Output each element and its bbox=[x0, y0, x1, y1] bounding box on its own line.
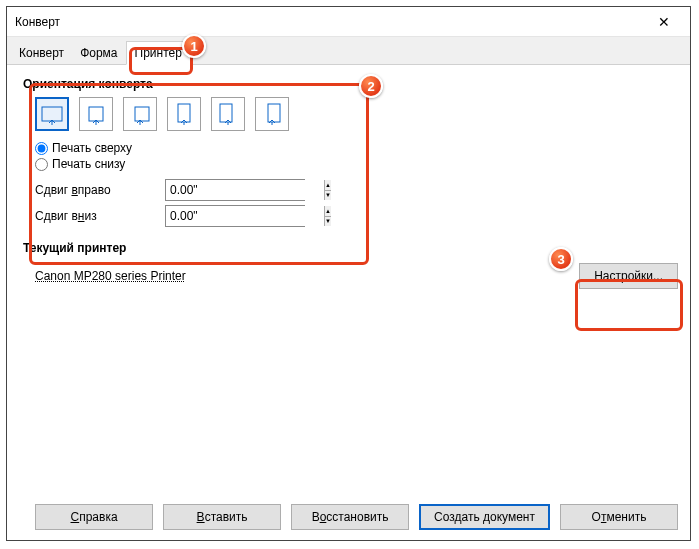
svg-rect-4 bbox=[220, 104, 232, 122]
orientation-icon-5[interactable] bbox=[211, 97, 245, 131]
radio-print-bottom[interactable] bbox=[35, 158, 48, 171]
shift-right-down-icon[interactable]: ▼ bbox=[325, 191, 331, 201]
shift-right-label: Сдвиг вправо bbox=[35, 183, 165, 197]
orientation-icon-6[interactable] bbox=[255, 97, 289, 131]
window-title: Конверт bbox=[15, 15, 646, 29]
shift-down-spinner[interactable]: ▲ ▼ bbox=[165, 205, 305, 227]
svg-rect-1 bbox=[89, 107, 103, 121]
orientation-icon-1[interactable] bbox=[35, 97, 69, 131]
current-printer-title: Текущий принтер bbox=[23, 241, 678, 255]
printer-settings-button[interactable]: Настройки... bbox=[579, 263, 678, 289]
dialog-window: Конверт ✕ Конверт Форма Принтер Ориентац… bbox=[6, 6, 691, 541]
shift-down-up-icon[interactable]: ▲ bbox=[325, 206, 331, 217]
radio-print-bottom-label: Печать снизу bbox=[52, 157, 125, 171]
tab-content: Ориентация конверта П bbox=[7, 65, 690, 297]
tab-bar: Конверт Форма Принтер bbox=[7, 37, 690, 65]
insert-button[interactable]: Вставить bbox=[163, 504, 281, 530]
tab-envelope[interactable]: Конверт bbox=[11, 42, 72, 64]
orientation-group-title: Ориентация конверта bbox=[23, 77, 678, 91]
shift-down-down-icon[interactable]: ▼ bbox=[325, 217, 331, 227]
orientation-icon-3[interactable] bbox=[123, 97, 157, 131]
printer-name: Canon MP280 series Printer bbox=[35, 269, 579, 283]
create-document-button[interactable]: Создать документ bbox=[419, 504, 550, 530]
shift-down-label: Сдвиг вниз bbox=[35, 209, 165, 223]
radio-print-top[interactable] bbox=[35, 142, 48, 155]
svg-rect-2 bbox=[135, 107, 149, 121]
printer-row: Canon MP280 series Printer Настройки... bbox=[35, 263, 678, 289]
orientation-icon-4[interactable] bbox=[167, 97, 201, 131]
shift-right-spinner[interactable]: ▲ ▼ bbox=[165, 179, 305, 201]
svg-rect-0 bbox=[42, 107, 62, 121]
close-icon[interactable]: ✕ bbox=[646, 14, 682, 30]
help-button[interactable]: Справка bbox=[35, 504, 153, 530]
titlebar: Конверт ✕ bbox=[7, 7, 690, 37]
shift-down-input[interactable] bbox=[166, 206, 324, 226]
tab-printer[interactable]: Принтер bbox=[126, 41, 191, 65]
svg-rect-5 bbox=[268, 104, 280, 122]
cancel-button[interactable]: Отменить bbox=[560, 504, 678, 530]
print-position-radios: Печать сверху Печать снизу bbox=[35, 141, 678, 171]
radio-print-top-label: Печать сверху bbox=[52, 141, 132, 155]
shift-right-input[interactable] bbox=[166, 180, 324, 200]
orientation-icon-2[interactable] bbox=[79, 97, 113, 131]
orientation-icons bbox=[35, 97, 678, 131]
dialog-footer: Справка Вставить Восстановить Создать до… bbox=[19, 504, 678, 530]
shift-fields: Сдвиг вправо ▲ ▼ Сдвиг вниз ▲ ▼ bbox=[35, 179, 678, 227]
restore-button[interactable]: Восстановить bbox=[291, 504, 409, 530]
tab-format[interactable]: Форма bbox=[72, 42, 125, 64]
shift-right-up-icon[interactable]: ▲ bbox=[325, 180, 331, 191]
